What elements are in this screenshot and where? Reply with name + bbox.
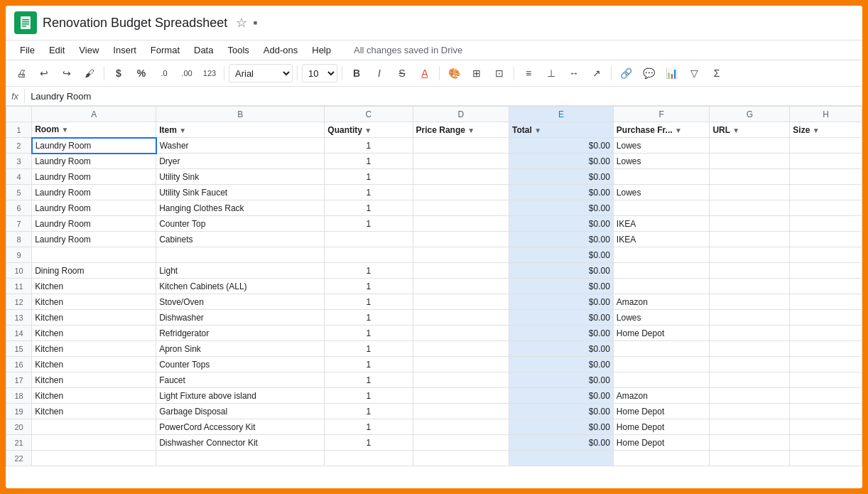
table-cell[interactable]: 1 (325, 200, 413, 216)
table-cell[interactable]: Refridgerator (156, 326, 325, 341)
table-cell[interactable] (790, 216, 862, 232)
table-cell[interactable] (413, 232, 509, 247)
table-cell[interactable]: Utility Sink Faucet (156, 185, 325, 200)
table-cell[interactable] (413, 294, 509, 310)
table-cell[interactable]: 1 (325, 279, 413, 294)
table-cell[interactable] (413, 154, 509, 169)
text-rotate-button[interactable]: ↗ (587, 63, 607, 83)
table-cell[interactable]: 1 (325, 216, 413, 232)
table-cell[interactable]: Light Fixture above island (156, 388, 325, 404)
table-cell[interactable]: Garbage Disposal (156, 404, 325, 419)
table-cell[interactable] (790, 154, 862, 169)
table-cell[interactable]: $0.00 (509, 419, 614, 435)
table-cell[interactable]: 1 (325, 294, 413, 310)
fill-color-button[interactable]: 🎨 (444, 63, 464, 83)
table-cell[interactable]: 1 (325, 357, 413, 372)
table-cell[interactable]: $0.00 (509, 294, 614, 310)
table-cell[interactable]: 1 (325, 138, 413, 154)
table-cell[interactable]: Laundry Room (32, 232, 156, 247)
table-cell[interactable]: $0.00 (509, 200, 614, 216)
menu-addons[interactable]: Add-ons (258, 42, 303, 58)
text-color-button[interactable]: A (415, 63, 435, 83)
col-header-b[interactable]: B (156, 107, 325, 122)
table-cell[interactable]: Kitchen (32, 372, 156, 388)
col-header-h[interactable]: H (790, 107, 862, 122)
table-cell[interactable]: Size ▼ (790, 122, 862, 138)
table-cell[interactable] (790, 169, 862, 185)
filter-button[interactable]: ▽ (684, 63, 704, 83)
table-cell[interactable] (710, 294, 790, 310)
table-cell[interactable]: Dining Room (32, 263, 156, 279)
table-cell[interactable] (413, 138, 509, 154)
table-cell[interactable] (710, 154, 790, 169)
table-cell[interactable]: Cabinets (156, 232, 325, 247)
link-button[interactable]: 🔗 (616, 63, 636, 83)
percent-button[interactable]: % (131, 63, 151, 83)
table-cell[interactable] (790, 404, 862, 419)
table-cell[interactable]: $0.00 (509, 169, 614, 185)
table-cell[interactable]: Home Depot (613, 419, 710, 435)
table-cell[interactable] (32, 419, 156, 435)
table-cell[interactable]: Kitchen (32, 357, 156, 372)
table-cell[interactable] (413, 372, 509, 388)
table-cell[interactable] (790, 310, 862, 326)
table-cell[interactable]: $0.00 (509, 279, 614, 294)
table-cell[interactable]: 1 (325, 263, 413, 279)
table-cell[interactable]: Apron Sink (156, 341, 325, 357)
table-cell[interactable]: Kitchen (32, 341, 156, 357)
formula-value[interactable]: Laundry Room (31, 91, 857, 102)
table-cell[interactable] (413, 419, 509, 435)
table-cell[interactable]: Home Depot (613, 326, 710, 341)
table-cell[interactable]: Item ▼ (156, 122, 325, 138)
italic-button[interactable]: I (369, 63, 389, 83)
table-cell[interactable]: Total ▼ (509, 122, 614, 138)
table-cell[interactable]: Quantity ▼ (325, 122, 413, 138)
table-cell[interactable] (413, 263, 509, 279)
table-cell[interactable] (413, 216, 509, 232)
table-cell[interactable] (413, 169, 509, 185)
table-cell[interactable] (325, 232, 413, 247)
table-cell[interactable] (790, 247, 862, 263)
table-cell[interactable]: Kitchen (32, 310, 156, 326)
table-cell[interactable]: Kitchen (32, 388, 156, 404)
table-cell[interactable]: 1 (325, 154, 413, 169)
table-cell[interactable]: Kitchen Cabinets (ALL) (156, 279, 325, 294)
menu-file[interactable]: File (14, 42, 40, 58)
table-cell[interactable] (790, 200, 862, 216)
folder-icon[interactable]: ▪ (253, 16, 257, 31)
table-cell[interactable] (156, 451, 325, 466)
table-cell[interactable]: Home Depot (613, 404, 710, 419)
table-cell[interactable]: Faucet (156, 372, 325, 388)
col-header-f[interactable]: F (613, 107, 710, 122)
table-cell[interactable] (413, 388, 509, 404)
table-cell[interactable] (710, 419, 790, 435)
table-cell[interactable]: $0.00 (509, 247, 614, 263)
table-cell[interactable]: $0.00 (509, 232, 614, 247)
table-cell[interactable] (790, 279, 862, 294)
table-cell[interactable] (710, 247, 790, 263)
undo-button[interactable]: ↩ (34, 63, 54, 83)
table-cell[interactable] (710, 310, 790, 326)
table-cell[interactable]: Counter Top (156, 216, 325, 232)
borders-button[interactable]: ⊞ (467, 63, 487, 83)
menu-format[interactable]: Format (145, 42, 185, 58)
table-cell[interactable]: $0.00 (509, 404, 614, 419)
comment-button[interactable]: 💬 (639, 63, 658, 83)
bold-button[interactable]: B (347, 63, 367, 83)
col-header-d[interactable]: D (413, 107, 509, 122)
table-cell[interactable] (710, 185, 790, 200)
table-cell[interactable] (710, 388, 790, 404)
table-cell[interactable] (32, 451, 156, 466)
table-cell[interactable]: $0.00 (509, 138, 614, 154)
star-icon[interactable]: ☆ (236, 15, 247, 31)
menu-edit[interactable]: Edit (43, 42, 70, 58)
table-cell[interactable] (413, 247, 509, 263)
table-cell[interactable] (413, 404, 509, 419)
table-cell[interactable] (710, 372, 790, 388)
table-cell[interactable]: Kitchen (32, 279, 156, 294)
redo-button[interactable]: ↪ (57, 63, 77, 83)
table-cell[interactable] (710, 451, 790, 466)
table-cell[interactable] (413, 326, 509, 341)
table-cell[interactable] (613, 169, 710, 185)
col-header-g[interactable]: G (710, 107, 790, 122)
